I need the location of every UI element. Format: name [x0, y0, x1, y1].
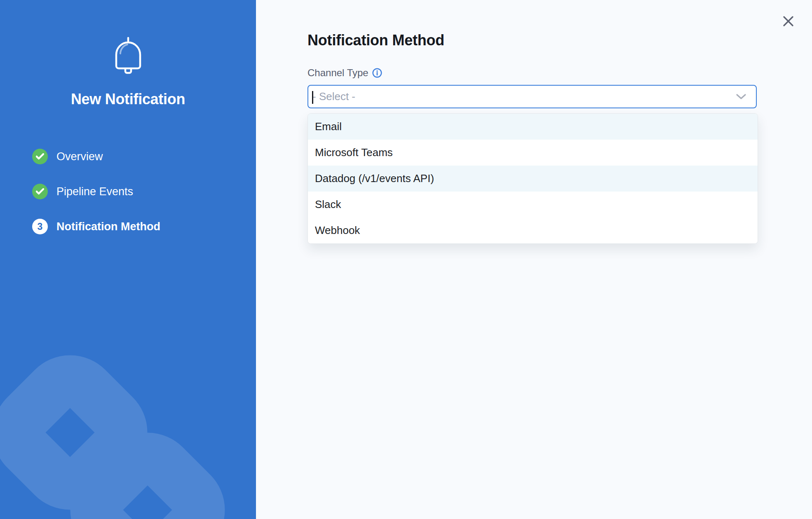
info-icon[interactable]: [372, 68, 382, 78]
step-pipeline-events[interactable]: Pipeline Events: [32, 184, 160, 199]
text-caret: [312, 91, 313, 104]
select-placeholder: - Select -: [308, 90, 355, 103]
channel-type-dropdown: Email Microsoft Teams Datadog (/v1/event…: [307, 113, 758, 244]
step-notification-method[interactable]: 3 Notification Method: [32, 219, 160, 234]
wizard-sidebar: New Notification Overview: [0, 0, 256, 519]
channel-type-label: Channel Type: [307, 67, 368, 79]
check-icon: [36, 153, 44, 160]
channel-type-select[interactable]: - Select -: [307, 85, 757, 108]
option-microsoft-teams[interactable]: Microsoft Teams: [308, 140, 758, 166]
wizard-steps: Overview Pipeline Events 3 Notification …: [32, 149, 160, 234]
step-number-badge: 3: [32, 219, 48, 234]
close-icon: [783, 16, 794, 27]
option-webhook[interactable]: Webhook: [308, 217, 758, 243]
step-complete-badge: [32, 184, 48, 199]
option-datadog[interactable]: Datadog (/v1/events API): [308, 166, 758, 192]
bell-icon: [114, 35, 143, 75]
step-label: Overview: [56, 150, 103, 163]
channel-type-label-row: Channel Type: [307, 67, 382, 79]
step-label: Pipeline Events: [56, 185, 133, 198]
close-button[interactable]: [782, 15, 794, 27]
notification-method-panel: Notification Method Channel Type - Selec…: [256, 0, 812, 519]
step-overview[interactable]: Overview: [32, 149, 160, 164]
page-title: Notification Method: [307, 32, 444, 49]
option-slack[interactable]: Slack: [308, 192, 758, 217]
wizard-title: New Notification: [0, 91, 256, 108]
step-label: Notification Method: [56, 220, 160, 233]
new-notification-modal: New Notification Overview: [0, 0, 812, 519]
option-email[interactable]: Email: [308, 114, 758, 140]
check-icon: [36, 188, 44, 195]
chevron-down-icon[interactable]: [736, 94, 746, 100]
step-complete-badge: [32, 149, 48, 164]
